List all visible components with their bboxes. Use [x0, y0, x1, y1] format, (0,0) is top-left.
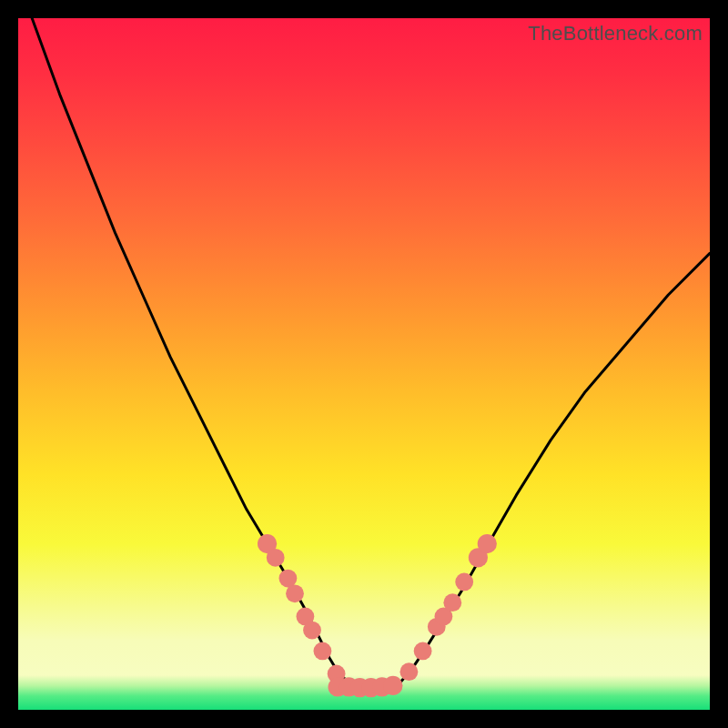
bead-marker	[455, 573, 473, 592]
bead-marker	[286, 584, 304, 602]
bead-marker	[414, 642, 432, 661]
bead-marker	[383, 676, 402, 695]
bottleneck-curve-plot	[18, 18, 710, 710]
chart-frame: TheBottleneck.com	[18, 18, 710, 710]
bead-marker	[443, 593, 461, 612]
bead-marker	[267, 549, 285, 567]
valley-curve	[32, 18, 710, 688]
bead-marker	[314, 642, 332, 661]
bead-markers	[258, 534, 497, 697]
bead-marker	[478, 534, 497, 553]
bead-marker	[400, 662, 419, 681]
bead-marker	[303, 622, 321, 640]
